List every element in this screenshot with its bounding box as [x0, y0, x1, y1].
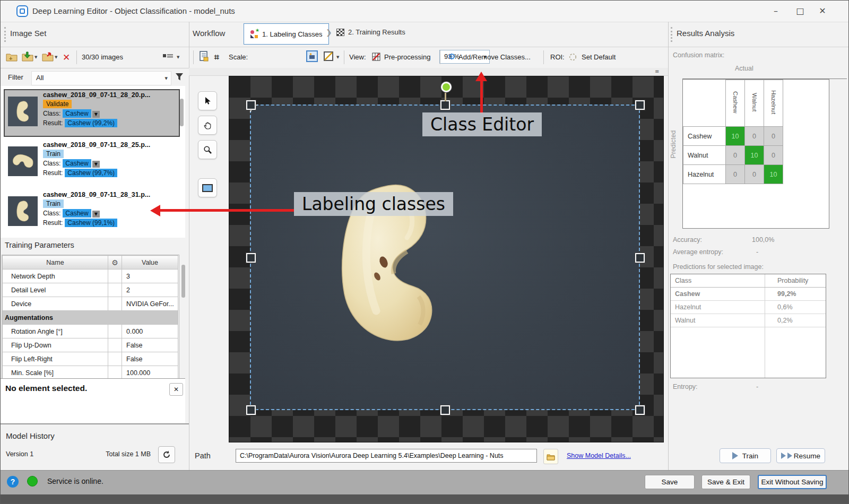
prediction-row[interactable]: Walnut0,2% — [671, 314, 826, 327]
resize-handle-bottom-right[interactable] — [635, 405, 645, 415]
split-badge[interactable]: Validate — [43, 100, 72, 108]
split-badge[interactable]: Train — [43, 150, 64, 158]
rectangle-tool-button[interactable] — [198, 178, 217, 197]
tab-labeling-classes[interactable]: ★ 1. Labeling Classes — [244, 23, 329, 45]
fit-to-window-icon[interactable] — [306, 50, 318, 62]
parameter-row[interactable]: Network Depth3 — [3, 270, 178, 283]
image-set-toolbar: + ▼ ▼ ✕ 30/30 images ▼ — [1, 47, 189, 68]
prediction-row[interactable]: Cashew99,2% — [671, 288, 826, 301]
parameter-section: Augmentations — [3, 311, 178, 325]
resize-handle-middle-left[interactable] — [246, 253, 256, 263]
filter-funnel-icon[interactable] — [175, 73, 184, 81]
column-value: Value — [122, 256, 178, 270]
parameter-value: False — [122, 338, 178, 352]
resize-handle-top-middle[interactable] — [440, 100, 450, 110]
import-dropdown-caret[interactable]: ▼ — [34, 55, 37, 59]
model-version: Version 1 — [6, 450, 33, 458]
report-icon[interactable] — [200, 51, 209, 62]
list-view-icon[interactable] — [163, 54, 174, 61]
parameter-row[interactable]: Flip Left-RightFalse — [3, 352, 178, 366]
tab-training-results[interactable]: 2. Training Results — [336, 28, 405, 36]
image-list-scrollbar[interactable] — [180, 99, 184, 126]
new-folder-button[interactable]: + — [6, 51, 18, 62]
rotation-handle[interactable] — [441, 82, 452, 92]
preprocessing-icon[interactable] — [372, 53, 381, 62]
parameter-row[interactable]: Rotation Angle [°]0.000 — [3, 325, 178, 338]
parameter-value: 100.000 — [122, 366, 178, 380]
maximize-button[interactable]: □ — [791, 4, 810, 18]
panel-divider[interactable] — [189, 22, 189, 470]
delete-image-button[interactable]: ✕ — [63, 52, 70, 63]
resize-handle-bottom-left[interactable] — [246, 405, 256, 415]
filter-combobox[interactable]: All ▼ — [31, 71, 171, 85]
parameters-scrollbar[interactable] — [181, 265, 185, 298]
show-model-details-link[interactable]: Show Model Details... — [567, 452, 631, 459]
parameter-name: Network Depth — [3, 270, 108, 283]
grid-icon[interactable]: ⌗ — [214, 52, 219, 62]
parameter-row[interactable]: Min. Scale [%]100.000 — [3, 366, 178, 380]
resize-handle-middle-right[interactable] — [635, 253, 645, 263]
split-badge[interactable]: Train — [43, 199, 64, 208]
rotation-handle-line — [445, 92, 446, 101]
cursor-icon — [203, 97, 212, 105]
resize-handle-top-right[interactable] — [635, 100, 645, 110]
refresh-button[interactable] — [158, 446, 175, 463]
prediction-class: Hazelnut — [671, 301, 773, 314]
panel-drag-handle[interactable] — [4, 27, 6, 42]
save-button[interactable]: Save — [645, 475, 695, 489]
minimize-button[interactable]: – — [766, 4, 785, 18]
import-images-button[interactable] — [22, 51, 33, 62]
exit-without-saving-button[interactable]: Exit Without Saving — [758, 475, 827, 489]
image-list-item[interactable]: cashew_2018_09_07-11_28_20.p...ValidateC… — [4, 89, 180, 137]
set-default-roi-button[interactable]: Set Default — [582, 53, 616, 61]
workflow-label: Workflow — [193, 29, 225, 38]
pan-tool-button[interactable] — [198, 116, 217, 135]
help-icon[interactable]: ? — [7, 476, 19, 488]
zoom-options-caret[interactable]: ▼ — [336, 55, 339, 59]
export-dropdown-caret[interactable]: ▼ — [55, 55, 57, 59]
matrix-column-header: Hazelnut — [764, 80, 783, 127]
actual-axis-label: Actual — [735, 65, 753, 72]
image-thumbnail — [8, 146, 38, 176]
original-size-icon[interactable] — [323, 51, 334, 62]
add-remove-classes-button[interactable]: Add/Remove Classes... — [458, 53, 531, 61]
parameter-header-row: Name ⚙ Value — [3, 256, 178, 270]
preprocessing-label[interactable]: Pre-processing — [384, 53, 430, 61]
path-input[interactable] — [236, 449, 537, 463]
confusion-matrix-label: Confusion matrix: — [673, 51, 724, 59]
resize-handle-top-left[interactable] — [246, 100, 256, 110]
parameter-row[interactable]: DeviceNVIDIA GeFor... — [3, 297, 178, 311]
panel-divider[interactable] — [668, 22, 669, 470]
image-name: cashew_2018_09_07-11_28_25.p... — [43, 141, 178, 149]
view-mode-caret[interactable]: ▼ — [177, 55, 179, 59]
parameter-row[interactable]: Augmentations — [3, 311, 178, 325]
matrix-corner-cell — [683, 80, 726, 127]
train-button[interactable]: Train — [720, 448, 771, 463]
close-button[interactable]: ✕ — [813, 4, 832, 18]
class-dropdown-caret[interactable]: ▼ — [92, 161, 100, 168]
sample-image[interactable] — [250, 105, 640, 410]
save-and-exit-button[interactable]: Save & Exit — [701, 475, 750, 489]
class-dropdown-caret[interactable]: ▼ — [92, 111, 100, 118]
prediction-row[interactable]: Hazelnut0,6% — [671, 301, 826, 314]
panel-drag-handle[interactable] — [671, 27, 672, 42]
resume-button-label: Resume — [794, 452, 820, 460]
select-tool-button[interactable] — [198, 91, 217, 110]
predictions-caption: Predictions for selected image: — [673, 263, 764, 271]
parameter-row[interactable]: Detail Level2 — [3, 283, 178, 297]
selection-info-panel: No element selected. ✕ — [1, 378, 185, 423]
resize-handle-bottom-middle[interactable] — [440, 405, 450, 415]
class-dropdown-caret[interactable]: ▼ — [92, 211, 100, 218]
magnifier-icon — [203, 145, 212, 154]
close-panel-button[interactable]: ✕ — [169, 383, 183, 396]
splitter-strip[interactable]: ≡ — [189, 68, 668, 76]
browse-folder-button[interactable] — [543, 449, 558, 464]
parameter-name: Detail Level — [3, 283, 108, 297]
settings-gear-icon[interactable]: ⚙ — [108, 256, 122, 270]
splitter-grip-icon[interactable]: ≡ — [655, 68, 659, 74]
image-list-item[interactable]: cashew_2018_09_07-11_28_25.p...TrainClas… — [4, 139, 180, 187]
export-images-button[interactable] — [42, 51, 54, 62]
resume-button[interactable]: Resume — [776, 448, 825, 463]
zoom-tool-button[interactable] — [198, 140, 217, 159]
parameter-row[interactable]: Flip Up-DownFalse — [3, 338, 178, 352]
